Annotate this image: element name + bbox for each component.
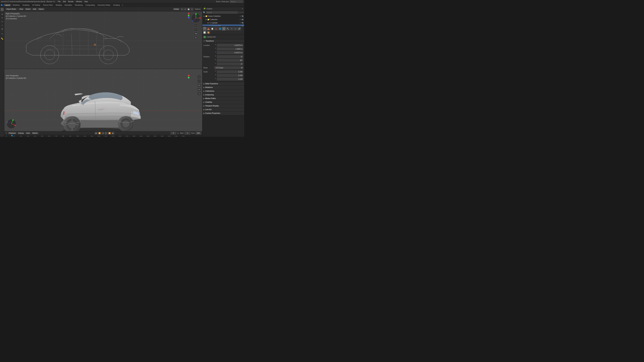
menu-edit[interactable]: Edit [62,0,67,3]
tool-transform[interactable]: ⊞ [0,27,4,31]
jump-start-btn[interactable]: ⏮ [94,132,98,135]
workspace-tab-shading[interactable]: Shading [54,4,63,6]
zoom-in-btn[interactable]: + [194,24,198,27]
rotation-z-input[interactable] [217,62,243,65]
render-icon-small[interactable]: 📷 [242,22,244,24]
workspace-tab-scripting[interactable]: Scripting [112,4,121,6]
workspace-tab-rendering[interactable]: Rendering [74,4,84,6]
marker-menu[interactable]: Marker [32,132,38,134]
prop-tab-constraints[interactable]: 🔗 [238,27,241,30]
scale-z-input[interactable] [217,78,243,81]
tool-cursor[interactable]: ⊕ [0,12,4,16]
prop-tab-render[interactable]: 🎬 [203,27,206,30]
eye-icon[interactable]: 👁 [240,15,241,17]
menu-render[interactable]: Render [67,0,75,3]
render-icon-small[interactable]: 📷 [242,18,244,20]
section-header-instancing[interactable]: ▶ Instancing [202,93,244,97]
vp-bottom-zoom-in[interactable]: + [197,75,201,79]
section-header-line-art[interactable]: ▶ Line Art [202,108,244,111]
outliner-options-icon[interactable]: ⚙ [240,11,242,13]
global-search-input[interactable] [230,0,243,3]
tool-move[interactable]: ✛ [0,16,4,19]
workspace-tab-geometry-nodes[interactable]: Geometry Nodes [96,4,112,6]
location-y-input[interactable] [217,47,243,50]
tool-scale[interactable]: ⤢ [0,24,4,27]
prop-tab-scene[interactable]: 🔺 [214,27,218,30]
prop-tab-material[interactable]: 🎨 [206,31,210,34]
workspace-tab-compositing[interactable]: Compositing [84,4,96,6]
timeline-ruler[interactable]: 0102030405060708090100110120130140150160… [4,135,202,137]
location-x-input[interactable] [217,44,243,47]
transform-section-header[interactable]: ▼ Transform [202,39,244,43]
scale-y-input[interactable] [217,74,243,77]
section-header-custom-properties[interactable]: ▶ Custom Properties [202,111,244,115]
prev-keyframe-btn[interactable]: ⏪ [98,132,101,135]
add-workspace-icon[interactable]: + [122,4,123,6]
next-keyframe-btn[interactable]: ⏩ [108,132,111,135]
keying-menu[interactable]: Keying [18,132,24,134]
menu-file[interactable]: File [57,0,62,3]
outliner-filter-icon[interactable]: ▼ [242,8,243,10]
vp-bottom-zoom-out[interactable]: − [197,79,201,83]
prop-tab-output[interactable]: 📤 [206,27,210,30]
play-reverse-btn[interactable]: ◁ [101,132,104,135]
section-header-relations[interactable]: ▶ Relations [202,86,244,89]
outliner-item[interactable]: ▶ ⬡ Cylinder.001 👁 📷 [202,24,244,26]
vp-bottom-dotmatrix-btn[interactable]: ⣿ [197,92,201,95]
nav-gizmo-top[interactable]: X Y [191,13,201,23]
prop-tab-physics[interactable]: ⚛ [234,27,237,30]
prop-tab-world[interactable]: 🌐 [218,27,222,30]
section-header-motion-paths[interactable]: ▶ Motion Paths [202,97,244,100]
tool-select[interactable]: ⬚ [0,8,4,11]
outliner-sort-icon[interactable]: ⇅ [238,11,240,13]
outliner-search-input[interactable] [206,11,238,14]
vp-bottom-camera-btn[interactable]: 📷 [197,83,201,87]
loop-icon[interactable]: ↻ [177,132,179,134]
end-frame-input[interactable] [196,132,201,135]
tool-measure[interactable]: 📏 [0,37,4,40]
menu-help[interactable]: Help [83,0,89,3]
workspace-tab-sculpting[interactable]: Sculpting [21,4,31,6]
workspace-tab-animation[interactable]: Animation [63,4,73,6]
prop-tab-particles[interactable]: ✦ [230,27,234,30]
rotation-mode-select[interactable]: XYZ Euler [214,66,243,69]
zoom-out-btn[interactable]: − [194,28,198,31]
outliner-filter-icon2[interactable]: ⊞ [242,11,244,13]
camera-btn[interactable]: 📷 [194,32,198,35]
jump-end-btn[interactable]: ⏭ [111,132,114,135]
location-z-input[interactable] [217,51,243,54]
workspace-tab-texture-paint[interactable]: Texture Paint [42,4,54,6]
view-menu-timeline[interactable]: View [25,132,31,134]
nav-gizmo-bottom[interactable]: X Y Z [6,119,16,129]
tool-rotate[interactable]: ↻ [0,20,4,23]
rotation-x-input[interactable] [217,55,243,58]
eye-icon[interactable]: 👁 [240,18,241,20]
prop-tab-view-layer[interactable]: 📋 [210,27,214,30]
prop-tab-object[interactable]: ⬡ [222,27,226,30]
rotation-y-input[interactable] [217,59,243,62]
tool-annotate[interactable]: ✏ [0,32,4,35]
play-btn[interactable]: ▷ [105,132,108,135]
outliner-item[interactable]: ▶ ⬡ Cylinder 👁 📷 [202,21,244,24]
eye-icon[interactable]: 👁 [240,22,241,24]
section-header-collections[interactable]: ▶ Collections [202,89,244,93]
outliner-item[interactable]: ▶ 📁 Scene Collection 👁 📷 [202,14,244,18]
section-header-viewport-display[interactable]: ▶ Viewport Display [202,104,244,108]
viewport-top[interactable]: Object Mode View Select Add Object Globa… [4,7,202,69]
workspace-tab-modeling[interactable]: Modeling [12,4,21,6]
workspace-tab-uv-editing[interactable]: UV Editing [31,4,42,6]
outliner-item[interactable]: ▶ 📁 Collection 👁 📷 [202,18,244,21]
playback-menu[interactable]: Playback [8,132,16,134]
scale-x-input[interactable] [217,70,243,73]
grid-btn[interactable]: ⊞ [194,36,198,39]
workspace-tab-layout[interactable]: Layout [4,4,11,6]
current-frame-input[interactable] [170,132,176,135]
viewport-bottom[interactable]: Object Mode View Select Add Object Globa… [4,69,202,131]
prop-tab-data[interactable]: 📊 [203,31,206,34]
section-header-delta-transform[interactable]: ▶ Delta Transform [202,82,244,86]
vp-bottom-grid-btn[interactable]: ⊞ [197,88,201,91]
render-icon-small[interactable]: 📷 [242,15,244,17]
start-frame-input[interactable] [184,132,190,135]
menu-window[interactable]: Window [75,0,83,3]
prop-tab-modifiers[interactable]: 🔧 [226,27,230,30]
